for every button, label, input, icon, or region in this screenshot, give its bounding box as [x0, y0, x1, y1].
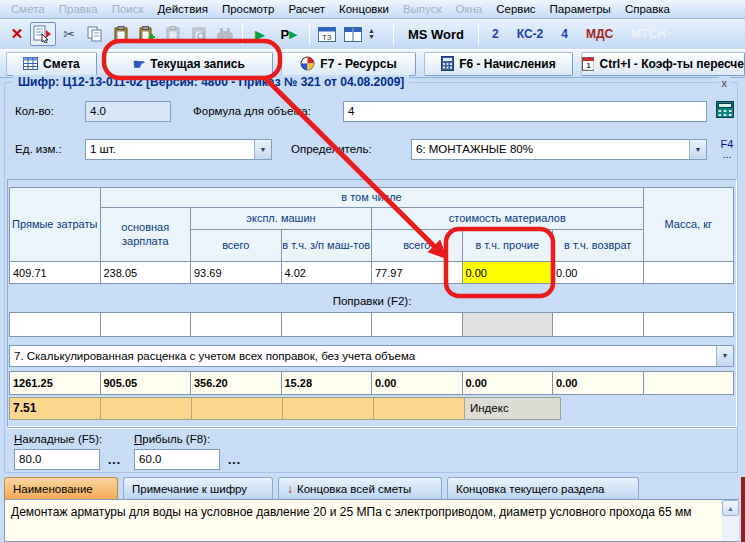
- tab-estimate-ending[interactable]: ↓ Концовка всей сметы: [278, 477, 442, 499]
- cell-mat-return[interactable]: 0.00: [553, 262, 644, 284]
- correction-cell[interactable]: [553, 313, 644, 337]
- calc-mode-combobox[interactable]: 7. Скалькулированная расценка с учетом в…: [9, 345, 734, 367]
- record-panel: Шифр: Ц12-13-011-02 [Версия: 4800 - Прик…: [0, 78, 745, 542]
- find-button: [212, 22, 238, 46]
- run-print-button[interactable]: P ▶: [273, 22, 305, 46]
- index-label: Индекс: [465, 398, 560, 419]
- spinner-down-icon[interactable]: ▼: [368, 34, 375, 40]
- scroll-up-button[interactable]: ▲: [722, 500, 739, 516]
- cell-mass[interactable]: [643, 262, 734, 284]
- menu-deistviya[interactable]: Действия: [151, 0, 215, 18]
- formula-label: Формула для объема:: [193, 105, 311, 117]
- menu-smeta: Смета: [4, 0, 52, 18]
- correction-cell[interactable]: [10, 313, 101, 337]
- window-edge: [741, 477, 745, 542]
- tab-accruals[interactable]: F6 - Начисления: [424, 52, 573, 76]
- correction-cell[interactable]: [643, 313, 734, 337]
- profit-more-button[interactable]: ...: [228, 453, 241, 467]
- formula-input[interactable]: 4: [343, 101, 707, 122]
- col-header-mach-total: всего: [191, 230, 282, 262]
- description-textarea[interactable]: Демонтаж арматуры для воды на условное д…: [4, 499, 739, 542]
- run-button[interactable]: ▶: [247, 22, 273, 46]
- correction-cell[interactable]: [372, 313, 463, 337]
- menu-prosmotr[interactable]: Просмотр: [215, 0, 282, 18]
- qty-field[interactable]: 4.0: [85, 101, 171, 122]
- unit-combobox[interactable]: 1 шт. ▼: [85, 139, 272, 160]
- copy-button[interactable]: [82, 22, 108, 46]
- close-icon[interactable]: x: [719, 77, 731, 89]
- chevron-down-icon[interactable]: ▼: [689, 140, 706, 159]
- profit-label: Прибыль (F8):: [134, 433, 210, 445]
- scroll-up-icon: ▲: [727, 505, 734, 512]
- paste-button[interactable]: [108, 22, 134, 46]
- cell-mach-salary[interactable]: 4.02: [281, 262, 372, 284]
- play-icon: ▶: [255, 27, 265, 42]
- ks-2-button[interactable]: КС-2: [517, 27, 544, 41]
- total-mach: 356.20: [191, 372, 282, 395]
- determiner-combobox[interactable]: 6: МОНТАЖНЫЕ 80% ▼: [411, 139, 707, 160]
- paste-special-icon: [139, 26, 156, 42]
- play-small-icon: ▶: [289, 28, 297, 41]
- cost-table-row: 409.71 238.05 93.69 4.02 77.97 0.00 0.00: [10, 262, 734, 284]
- form-2-button[interactable]: 2: [492, 27, 499, 41]
- col-header-base-salary: основная зарплата: [100, 208, 191, 262]
- col-header-mass: Масса, кг: [643, 188, 734, 262]
- cost-table: Прямые затраты в том числе Масса, кг осн…: [9, 187, 734, 284]
- determiner-value: 6: МОНТАЖНЫЕ 80%: [416, 143, 533, 155]
- cell-mach-total[interactable]: 93.69: [191, 262, 282, 284]
- tab-section-ending[interactable]: Концовка текущего раздела: [447, 477, 639, 499]
- mds-button[interactable]: МДС: [586, 27, 613, 41]
- overhead-label: Накладные (F5):: [14, 433, 102, 445]
- calc-icon: [714, 100, 736, 120]
- columns-view-button[interactable]: [340, 22, 366, 46]
- correction-cell[interactable]: [100, 313, 191, 337]
- col-header-direct-costs: Прямые затраты: [10, 188, 101, 262]
- unit-label: Ед. изм.:: [15, 143, 62, 155]
- chevron-down-icon[interactable]: ▼: [716, 346, 733, 366]
- f4-button[interactable]: F4 ...: [717, 139, 737, 159]
- menu-servis[interactable]: Сервис: [489, 0, 542, 18]
- total-mat-other: 0.00: [462, 372, 553, 395]
- overhead-input[interactable]: 80.0: [14, 449, 100, 470]
- formula-calc-button[interactable]: [714, 100, 736, 122]
- unit-value: 1 шт.: [90, 143, 116, 155]
- tab-coefficients[interactable]: 1 Ctrl+I - Коэф-ты пересче: [581, 52, 745, 76]
- toolbar-spinner[interactable]: ▲ ▼: [368, 28, 375, 40]
- insert-record-button[interactable]: [30, 22, 56, 46]
- correction-cell[interactable]: [191, 313, 282, 337]
- profit-input[interactable]: 60.0: [134, 449, 220, 470]
- clipboard-search-icon: [191, 26, 207, 42]
- correction-cell[interactable]: [281, 313, 372, 337]
- description-scrollbar[interactable]: ▲: [722, 500, 739, 541]
- toolbar-separator: [242, 23, 243, 45]
- down-arrow-icon: ↓: [287, 482, 293, 496]
- cell-mat-other-highlighted[interactable]: 0.00: [462, 262, 553, 284]
- menu-parametry[interactable]: Параметры: [543, 0, 618, 18]
- form-4-button[interactable]: 4: [561, 27, 568, 41]
- tab-resources[interactable]: F7 - Ресурсы: [281, 52, 416, 76]
- col-header-including: в том числе: [100, 188, 643, 208]
- menu-raschet[interactable]: Расчет: [281, 0, 332, 18]
- menu-spravka[interactable]: Справка: [618, 0, 677, 18]
- tab-code-note[interactable]: Примечание к шифру: [123, 477, 273, 499]
- paste-link-button: [160, 22, 186, 46]
- index-cell: [101, 398, 192, 419]
- index-cell: [283, 398, 374, 419]
- chevron-down-icon[interactable]: ▼: [254, 140, 271, 159]
- tab-name[interactable]: Наименование: [4, 477, 118, 499]
- index-value: 7.51: [10, 398, 101, 419]
- menu-kontsovki[interactable]: Концовки: [332, 0, 396, 18]
- total-mach-salary: 15.28: [281, 372, 372, 395]
- cell-mat-total[interactable]: 77.97: [372, 262, 463, 284]
- cell-direct-costs[interactable]: 409.71: [10, 262, 101, 284]
- cut-button[interactable]: ✂: [56, 22, 82, 46]
- tab-smeta[interactable]: Смета: [6, 52, 97, 76]
- t3-window-button[interactable]: ТЗ: [314, 22, 340, 46]
- tab-current-record[interactable]: ☛ Текущая запись: [105, 52, 273, 76]
- overhead-more-button[interactable]: ...: [108, 453, 121, 467]
- delete-button[interactable]: ✕: [4, 22, 30, 46]
- paste-special-button[interactable]: [134, 22, 160, 46]
- cell-base-salary[interactable]: 238.05: [100, 262, 191, 284]
- ms-word-button[interactable]: MS Word: [408, 27, 464, 42]
- mtsn-button: МТСН: [631, 27, 666, 41]
